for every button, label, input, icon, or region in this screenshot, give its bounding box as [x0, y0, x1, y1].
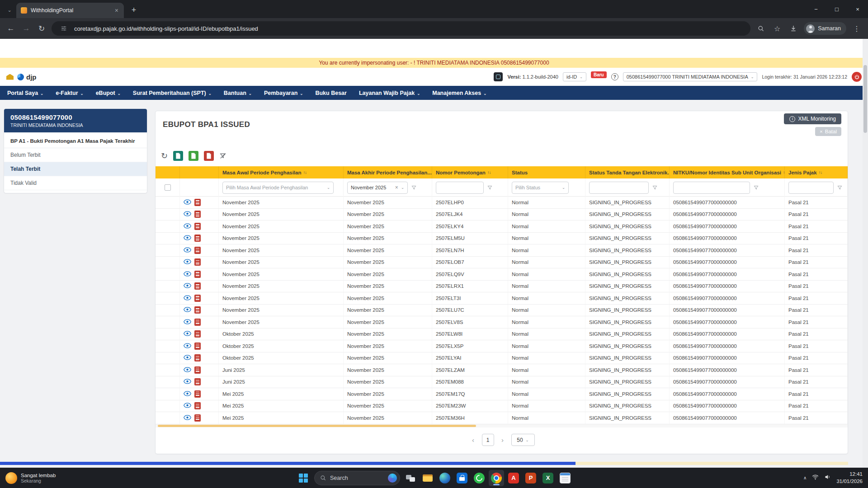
- filter-masa-awal-select[interactable]: Pilih Masa Awal Periode Penghasilan ⌄: [222, 182, 334, 194]
- filter-funnel-icon[interactable]: [411, 185, 417, 191]
- sidebar-item-telah-terbit[interactable]: Telah Terbit: [4, 162, 147, 176]
- view-icon[interactable]: [184, 367, 191, 373]
- view-icon[interactable]: [184, 235, 191, 241]
- xml-monitoring-button[interactable]: i XML Monitoring: [784, 113, 841, 124]
- col-status-ttd[interactable]: Status Tanda Tangan Elektronik... ↑↓: [585, 166, 670, 178]
- reload-button[interactable]: ↻: [36, 24, 47, 33]
- bookmark-star-icon[interactable]: ☆: [771, 23, 783, 34]
- site-settings-icon[interactable]: [58, 23, 70, 34]
- weather-widget[interactable]: Sangat lembab Sekarang: [5, 472, 56, 484]
- view-icon[interactable]: [184, 379, 191, 385]
- pdf-icon[interactable]: [194, 258, 201, 266]
- col-masa-awal[interactable]: Masa Awal Periode Penghasilan ↑↓: [219, 166, 344, 178]
- new-tab-button[interactable]: +: [127, 4, 140, 16]
- pdf-icon[interactable]: [194, 366, 201, 374]
- prev-page-button[interactable]: ‹: [469, 436, 478, 444]
- export-excel-icon[interactable]: [189, 151, 198, 161]
- export-pdf-icon[interactable]: [204, 151, 214, 161]
- filter-ttd-input[interactable]: [589, 182, 649, 194]
- view-icon[interactable]: [184, 415, 191, 421]
- zoom-icon[interactable]: [755, 23, 767, 34]
- page-number[interactable]: 1: [482, 434, 494, 446]
- view-icon[interactable]: [184, 211, 191, 217]
- nav-item-pembayaran[interactable]: Pembayaran ⌄: [264, 90, 303, 96]
- window-maximize-button[interactable]: □: [826, 0, 847, 18]
- filter-funnel-icon[interactable]: [753, 185, 759, 191]
- nav-item-spt[interactable]: Surat Pemberitahuan (SPT) ⌄: [133, 90, 212, 96]
- pdf-icon[interactable]: [194, 282, 201, 290]
- view-icon[interactable]: [184, 307, 191, 313]
- start-button[interactable]: [295, 470, 311, 486]
- filter-jenis-pajak-input[interactable]: [788, 182, 834, 194]
- taskbar-app-button[interactable]: [557, 470, 573, 486]
- help-icon[interactable]: ?: [611, 73, 618, 80]
- next-page-button[interactable]: ›: [498, 436, 507, 444]
- pdf-icon[interactable]: [194, 211, 201, 218]
- view-icon[interactable]: [184, 295, 191, 301]
- download-icon[interactable]: [788, 23, 799, 34]
- tab-close-icon[interactable]: ×: [114, 7, 119, 14]
- nav-item-portal-saya[interactable]: Portal Saya ⌄: [7, 90, 43, 96]
- view-icon[interactable]: [184, 283, 191, 289]
- export-csv-icon[interactable]: [173, 151, 183, 161]
- pdf-icon[interactable]: [194, 402, 201, 409]
- filter-status-select[interactable]: Pilih Status ⌄: [512, 182, 569, 194]
- batal-button[interactable]: × Batal: [815, 127, 841, 136]
- view-icon[interactable]: [184, 199, 191, 206]
- clear-filter-icon[interactable]: [219, 152, 226, 160]
- nav-item-buku-besar[interactable]: Buku Besar ⌄: [315, 90, 346, 96]
- taskbar-clock[interactable]: 12:41 31/01/2026: [836, 471, 863, 485]
- pdf-icon[interactable]: [194, 223, 201, 230]
- taskbar-app-button[interactable]: [472, 470, 487, 486]
- taskbar-app-button[interactable]: [540, 470, 556, 486]
- browser-tab[interactable]: WithholdingPortal ×: [16, 3, 124, 18]
- col-select[interactable]: ↑↓: [156, 166, 180, 178]
- nav-item-e-faktur[interactable]: e-Faktur ⌄: [56, 90, 83, 96]
- pdf-icon[interactable]: [194, 378, 201, 385]
- view-icon[interactable]: [184, 355, 191, 361]
- taskbar-app-button[interactable]: [506, 470, 521, 486]
- mobile-app-icon[interactable]: [494, 72, 503, 81]
- view-icon[interactable]: [184, 259, 191, 265]
- pdf-icon[interactable]: [194, 271, 201, 278]
- pdf-icon[interactable]: [194, 247, 201, 254]
- col-nitku[interactable]: NITKU/Nomor Identitas Sub Unit Organisas…: [670, 166, 785, 178]
- filter-funnel-icon[interactable]: [837, 185, 843, 191]
- browser-menu-icon[interactable]: ⋮: [851, 23, 863, 34]
- pdf-icon[interactable]: [194, 330, 201, 338]
- taskbar-app-button[interactable]: [403, 470, 418, 486]
- pdf-icon[interactable]: [194, 319, 201, 326]
- pdf-icon[interactable]: [194, 414, 201, 422]
- pdf-icon[interactable]: [194, 354, 201, 361]
- view-icon[interactable]: [184, 319, 191, 325]
- language-select[interactable]: id-ID ⌄: [563, 72, 586, 81]
- col-jenis-pajak[interactable]: Jenis Pajak ↑↓: [785, 166, 848, 178]
- taskbar-app-button[interactable]: [523, 470, 538, 486]
- window-close-button[interactable]: ×: [847, 0, 868, 18]
- wifi-icon[interactable]: [812, 474, 819, 482]
- sidebar-item-tidak-valid[interactable]: Tidak Valid: [4, 176, 147, 190]
- back-button[interactable]: ←: [5, 24, 16, 33]
- view-icon[interactable]: [184, 247, 191, 253]
- view-icon[interactable]: [184, 343, 191, 349]
- filter-masa-akhir-select[interactable]: November 2025 × ⌄: [347, 182, 408, 194]
- nav-item-bantuan[interactable]: Bantuan ⌄: [224, 90, 252, 96]
- filter-nitku-input[interactable]: [673, 182, 750, 194]
- pdf-icon[interactable]: [194, 235, 201, 242]
- taskbar-app-button[interactable]: [454, 470, 470, 486]
- col-actions[interactable]: ↑↓: [180, 166, 219, 178]
- nav-item-ebupot[interactable]: eBupot ⌄: [96, 90, 121, 96]
- pdf-icon[interactable]: [194, 343, 201, 350]
- refresh-icon[interactable]: ↻: [161, 151, 168, 161]
- filter-funnel-icon[interactable]: [652, 185, 658, 191]
- sidebar-item-belum-terbit[interactable]: Belum Terbit: [4, 148, 147, 162]
- col-nomor-pemotongan[interactable]: Nomor Pemotongan ↑↓: [432, 166, 508, 178]
- col-status[interactable]: Status ↑↓: [508, 166, 585, 178]
- clear-icon[interactable]: ×: [395, 184, 398, 191]
- window-minimize-button[interactable]: −: [806, 0, 826, 18]
- tab-search-icon[interactable]: ⌄: [4, 4, 15, 16]
- filter-funnel-icon[interactable]: [487, 185, 493, 191]
- view-icon[interactable]: [184, 403, 191, 409]
- col-masa-akhir[interactable]: Masa Akhir Periode Penghasilan... ↑↓: [344, 166, 432, 178]
- view-icon[interactable]: [184, 391, 191, 397]
